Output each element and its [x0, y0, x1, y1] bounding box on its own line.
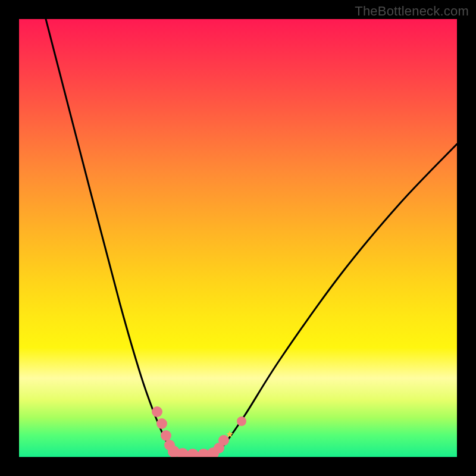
marker-dot-6	[187, 449, 199, 457]
series-right-curve	[215, 144, 457, 453]
plot-area	[19, 19, 457, 457]
marker-group	[152, 406, 246, 457]
marker-dot-0	[152, 406, 162, 417]
marker-dot-1	[156, 418, 167, 429]
marker-dot-12	[237, 416, 246, 426]
marker-dot-10	[218, 435, 229, 446]
watermark-text: TheBottleneck.com	[355, 4, 469, 19]
series-left-curve	[46, 19, 174, 453]
marker-dot-2	[161, 430, 171, 441]
curve-svg	[19, 19, 457, 457]
chart-frame: TheBottleneck.com	[0, 0, 476, 476]
series-group	[46, 19, 457, 453]
